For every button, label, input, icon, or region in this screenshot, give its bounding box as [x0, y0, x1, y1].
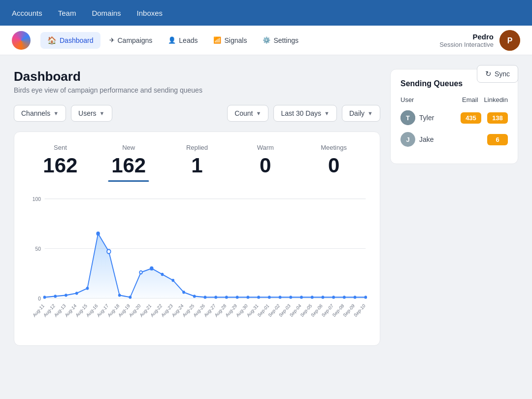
svg-text:Sep-01: Sep-01	[257, 303, 270, 318]
svg-text:T: T	[406, 114, 410, 122]
line-chart: 100 50 0	[26, 194, 368, 345]
top-nav-inboxes[interactable]: Inboxes	[137, 7, 163, 19]
svg-point-21	[182, 291, 185, 294]
queue-row-tyler: T Tyler 435 138	[400, 110, 508, 125]
svg-point-28	[257, 296, 260, 299]
svg-point-14	[107, 249, 111, 253]
user-info: Pedro Session Interactive	[439, 33, 494, 48]
tyler-linkedin-badge: 138	[487, 112, 508, 124]
svg-point-18	[150, 266, 154, 270]
leads-label: Leads	[179, 36, 198, 44]
svg-point-13	[96, 232, 100, 235]
svg-point-29	[268, 296, 271, 299]
signals-label: Signals	[224, 36, 247, 44]
page-title: Dashboard	[14, 69, 380, 84]
count-filter[interactable]: Count ▼	[227, 105, 268, 122]
svg-text:Aug-21: Aug-21	[139, 303, 153, 318]
svg-text:Aug-15: Aug-15	[74, 303, 88, 318]
svg-text:Aug-22: Aug-22	[149, 303, 163, 318]
svg-text:Aug-29: Aug-29	[224, 303, 238, 318]
sync-button-wrap: ↻ Sync	[477, 65, 518, 83]
chevron-down-icon: ▼	[53, 110, 59, 116]
svg-text:Aug-12: Aug-12	[42, 303, 56, 318]
sync-button[interactable]: ↻ Sync	[477, 65, 518, 83]
user-company: Session Interactive	[439, 41, 494, 48]
campaigns-label: Campaigns	[118, 36, 153, 44]
nav-item-leads[interactable]: 👤 Leads	[161, 33, 204, 48]
svg-point-12	[86, 287, 89, 290]
tyler-email-badge: 435	[461, 112, 481, 124]
jake-avatar: J	[400, 132, 415, 147]
user-section: Pedro Session Interactive P	[439, 30, 520, 51]
svg-text:Aug-18: Aug-18	[106, 303, 120, 318]
queues-col-linkedin: Linkedin	[484, 96, 508, 103]
top-nav-accounts[interactable]: Accounts	[12, 7, 42, 19]
svg-text:Aug-17: Aug-17	[96, 303, 110, 318]
nav-item-settings[interactable]: ⚙️ Settings	[256, 33, 305, 48]
svg-text:Sep-04: Sep-04	[289, 303, 302, 318]
svg-point-9	[54, 295, 57, 298]
svg-text:Sep-07: Sep-07	[321, 303, 334, 318]
chart-container: 100 50 0	[26, 188, 368, 345]
svg-text:Sep-03: Sep-03	[278, 303, 292, 318]
svg-text:Aug-31: Aug-31	[246, 303, 260, 318]
settings-icon: ⚙️	[263, 36, 270, 44]
svg-text:Aug-20: Aug-20	[128, 303, 142, 318]
chevron-down-icon: ▼	[324, 110, 330, 116]
logo	[12, 31, 31, 50]
channels-filter[interactable]: Channels ▼	[14, 105, 66, 122]
queue-user-tyler: T Tyler	[400, 110, 455, 125]
stat-meetings: Meetings 0	[299, 144, 368, 176]
svg-point-24	[214, 296, 217, 299]
svg-point-8	[43, 296, 46, 299]
svg-text:Aug-16: Aug-16	[85, 303, 99, 318]
svg-text:Aug-27: Aug-27	[203, 303, 217, 318]
queues-col-email: Email	[462, 96, 478, 103]
svg-point-33	[311, 296, 314, 299]
right-panel: Sending Queues User Email Linkedin T Tyl…	[390, 69, 518, 346]
top-nav-team[interactable]: Team	[58, 7, 76, 19]
secondary-nav: 🏠 Dashboard ✈ Campaigns 👤 Leads 📶 Signal…	[0, 26, 532, 55]
leads-icon: 👤	[168, 36, 176, 44]
left-panel: Dashboard Birds eye view of campaign per…	[14, 69, 380, 346]
nav-item-signals[interactable]: 📶 Signals	[206, 33, 254, 48]
stats-card: Sent 162 New 162 Replied 1 Warm 0	[14, 132, 380, 346]
svg-text:100: 100	[33, 196, 41, 202]
chevron-down-icon: ▼	[367, 110, 373, 116]
frequency-filter[interactable]: Daily ▼	[342, 105, 380, 122]
svg-point-34	[322, 296, 325, 299]
filters-row: Channels ▼ Users ▼ Count ▼ Last 30 Days …	[14, 105, 380, 122]
svg-point-17	[139, 271, 142, 274]
svg-text:Aug-13: Aug-13	[53, 303, 67, 318]
svg-text:Aug-30: Aug-30	[235, 303, 249, 318]
top-nav-domains[interactable]: Domains	[92, 7, 121, 19]
svg-text:Sep-02: Sep-02	[267, 303, 281, 318]
svg-point-23	[204, 296, 207, 299]
svg-text:Aug-23: Aug-23	[160, 303, 174, 318]
svg-point-16	[129, 296, 132, 299]
svg-text:Sep-05: Sep-05	[299, 303, 313, 318]
nav-item-campaigns[interactable]: ✈ Campaigns	[102, 33, 160, 48]
jake-linkedin-badge: 6	[487, 134, 508, 145]
queues-table-header: User Email Linkedin	[400, 96, 508, 103]
tyler-avatar: T	[400, 110, 415, 125]
user-name: Pedro	[439, 33, 494, 41]
stat-new: New 162	[95, 144, 163, 176]
stat-replied: Replied 1	[163, 144, 232, 176]
queue-user-jake: J Jake	[400, 132, 475, 147]
nav-item-dashboard[interactable]: 🏠 Dashboard	[40, 32, 100, 49]
svg-text:Sep-06: Sep-06	[310, 303, 324, 318]
users-filter[interactable]: Users ▼	[71, 105, 112, 122]
period-filter[interactable]: Last 30 Days ▼	[273, 105, 337, 122]
jake-name: Jake	[419, 135, 434, 143]
queues-col-user: User	[400, 96, 456, 103]
svg-point-38	[364, 296, 367, 299]
stat-sent: Sent 162	[26, 144, 95, 176]
svg-text:P: P	[507, 36, 513, 45]
svg-text:Sep-08: Sep-08	[332, 303, 345, 318]
chevron-down-icon: ▼	[100, 110, 105, 116]
svg-point-15	[118, 294, 121, 297]
stats-row: Sent 162 New 162 Replied 1 Warm 0	[26, 144, 368, 176]
queues-card: Sending Queues User Email Linkedin T Tyl…	[390, 69, 518, 164]
dashboard-icon: 🏠	[47, 36, 57, 45]
